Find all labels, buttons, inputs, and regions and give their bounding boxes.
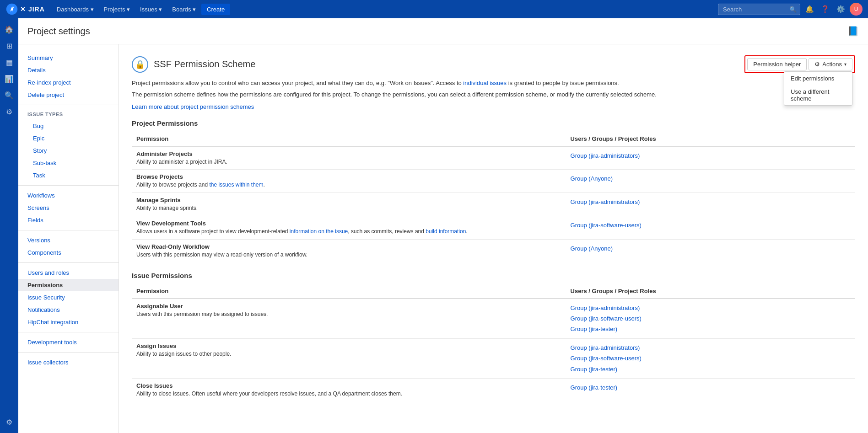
gear-icon: ⚙ bbox=[814, 61, 820, 68]
sidebar-item-task[interactable]: Task bbox=[18, 169, 119, 182]
settings-icon[interactable]: ⚙️ bbox=[834, 3, 847, 16]
rail-components-icon[interactable]: ⚙ bbox=[2, 104, 16, 119]
sidebar-item-screens[interactable]: Screens bbox=[18, 202, 119, 214]
role-entry: Group (jira-administrators) bbox=[571, 197, 851, 207]
top-navigation: ✕ JIRA Dashboards ▾ Projects ▾ Issues ▾ … bbox=[0, 0, 868, 18]
perm-desc: Users with this permission may be assign… bbox=[136, 310, 561, 318]
header-right-icon[interactable]: 📘 bbox=[847, 26, 859, 37]
perm-desc: Allows users in a software project to vi… bbox=[136, 228, 561, 235]
nav-boards[interactable]: Boards ▾ bbox=[167, 4, 200, 15]
perm-desc: Ability to close issues. Often useful wh… bbox=[136, 390, 561, 398]
rail-reports-icon[interactable]: 📊 bbox=[2, 71, 16, 86]
nav-dashboards[interactable]: Dashboards ▾ bbox=[52, 4, 98, 15]
main-content: 🔒 SSF Permission Scheme Permission helpe… bbox=[119, 44, 868, 433]
project-permissions-table: Permission Users / Groups / Project Role… bbox=[132, 132, 855, 262]
table-row: Assignable User Users with this permissi… bbox=[132, 299, 855, 339]
table-row: Manage Sprints Ability to manage sprints… bbox=[132, 193, 855, 216]
perm-name: Assignable User bbox=[136, 303, 561, 310]
sidebar-item-details[interactable]: Details bbox=[18, 64, 119, 76]
rail-boards-icon[interactable]: ▦ bbox=[2, 55, 16, 69]
sidebar-item-delete[interactable]: Delete project bbox=[18, 89, 119, 101]
role-entry: Group (jira-administrators) bbox=[571, 303, 851, 313]
role-entry: Group (Anyone) bbox=[571, 243, 851, 254]
table-row: Administer Projects Ability to administe… bbox=[132, 146, 855, 170]
sidebar-item-notifications[interactable]: Notifications bbox=[18, 304, 119, 316]
icon-rail: 🏠 ⊞ ▦ 📊 🔍 ⚙ ⚙ bbox=[0, 18, 18, 433]
perm-desc: Ability to browse projects and the issue… bbox=[136, 181, 561, 189]
role-entry: Group (jira-tester) bbox=[571, 364, 851, 374]
notifications-icon[interactable]: 🔔 bbox=[803, 3, 816, 16]
perm-name: Browse Projects bbox=[136, 173, 561, 180]
rail-settings-icon[interactable]: ⚙ bbox=[2, 415, 16, 429]
rail-search-icon[interactable]: 🔍 bbox=[2, 88, 16, 102]
issue-permissions-table: Permission Users / Groups / Project Role… bbox=[132, 284, 855, 401]
role-entry: Group (jira-administrators) bbox=[571, 150, 851, 161]
sidebar-item-versions[interactable]: Versions bbox=[18, 234, 119, 246]
table-row: Assign Issues Ability to assign issues t… bbox=[132, 338, 855, 378]
content-area: Summary Details Re-index project Delete … bbox=[18, 44, 868, 433]
sidebar-item-epic[interactable]: Epic bbox=[18, 132, 119, 144]
perm-name: View Read-Only Workflow bbox=[136, 243, 561, 250]
sidebar-item-hipchat[interactable]: HipChat integration bbox=[18, 316, 119, 328]
table-row: Browse Projects Ability to browse projec… bbox=[132, 170, 855, 193]
search-input[interactable] bbox=[718, 4, 800, 15]
perm-name: View Development Tools bbox=[136, 220, 561, 227]
sidebar-item-users-roles[interactable]: Users and roles bbox=[18, 267, 119, 279]
sidebar-item-story[interactable]: Story bbox=[18, 144, 119, 157]
page-header: Project settings 📘 bbox=[18, 18, 868, 44]
rail-issues-icon[interactable]: ⊞ bbox=[2, 38, 16, 53]
sidebar-item-issue-collectors[interactable]: Issue collectors bbox=[18, 356, 119, 369]
actions-box: Permission helper ⚙ Actions ▾ Edit permi… bbox=[744, 55, 855, 73]
project-permissions-title: Project Permissions bbox=[132, 119, 855, 127]
help-icon[interactable]: ❓ bbox=[819, 3, 831, 16]
nav-issues[interactable]: Issues ▾ bbox=[135, 4, 167, 15]
sidebar-item-permissions[interactable]: Permissions bbox=[18, 279, 119, 291]
sidebar-item-dev-tools[interactable]: Development tools bbox=[18, 336, 119, 348]
role-entry: Group (jira-tester) bbox=[571, 324, 851, 334]
col-roles-header: Users / Groups / Project Roles bbox=[566, 132, 855, 146]
role-entry: Group (jira-software-users) bbox=[571, 220, 851, 230]
sidebar-item-components[interactable]: Components bbox=[18, 246, 119, 259]
table-row: View Development Tools Allows users in a… bbox=[132, 216, 855, 239]
layout: 🏠 ⊞ ▦ 📊 🔍 ⚙ ⚙ Project settings 📘 Summary… bbox=[0, 18, 868, 433]
individual-issues-link[interactable]: individual issues bbox=[463, 80, 507, 86]
dropdown-arrow-icon: ▾ bbox=[844, 62, 846, 67]
scheme-icon: 🔒 bbox=[132, 56, 148, 73]
topnav-right: 🔍 🔔 ❓ ⚙️ U bbox=[718, 3, 863, 16]
actions-dropdown: Edit permissions Use a different scheme bbox=[784, 71, 852, 106]
perm-name: Close Issues bbox=[136, 382, 561, 389]
role-entry: Group (jira-administrators) bbox=[571, 342, 851, 353]
sidebar-item-fields[interactable]: Fields bbox=[18, 214, 119, 226]
create-button[interactable]: Create bbox=[201, 4, 230, 15]
role-entry: Group (jira-software-users) bbox=[571, 353, 851, 364]
scheme-name: SSF Permission Scheme bbox=[154, 59, 255, 69]
perm-name: Assign Issues bbox=[136, 342, 561, 349]
actions-button[interactable]: ⚙ Actions ▾ bbox=[809, 58, 852, 70]
perm-name: Manage Sprints bbox=[136, 197, 561, 203]
sidebar-item-summary[interactable]: Summary bbox=[18, 52, 119, 64]
learn-more-link[interactable]: Learn more about project permission sche… bbox=[132, 103, 254, 110]
sidebar-item-issue-security[interactable]: Issue Security bbox=[18, 291, 119, 304]
perm-name: Administer Projects bbox=[136, 150, 561, 157]
perm-desc: Ability to administer a project in JIRA. bbox=[136, 158, 561, 166]
scheme-description-2: The permission scheme defines how the pe… bbox=[132, 90, 855, 100]
app-logo[interactable]: ✕ JIRA bbox=[5, 3, 45, 16]
sidebar-item-bug[interactable]: Bug bbox=[18, 120, 119, 132]
scheme-header: 🔒 SSF Permission Scheme Permission helpe… bbox=[132, 55, 855, 73]
avatar[interactable]: U bbox=[850, 3, 863, 16]
role-entry: Group (Anyone) bbox=[571, 173, 851, 184]
sidebar-item-reindex[interactable]: Re-index project bbox=[18, 76, 119, 89]
scheme-description-1: Project permissions allow you to control… bbox=[132, 79, 855, 88]
perm-desc: Users with this permission may view a re… bbox=[136, 251, 561, 259]
nav-projects[interactable]: Projects ▾ bbox=[99, 4, 135, 15]
edit-permissions-item[interactable]: Edit permissions bbox=[784, 72, 852, 85]
page-wrapper: Project settings 📘 Summary Details Re-in… bbox=[18, 18, 868, 433]
perm-desc: Ability to assign issues to other people… bbox=[136, 350, 561, 358]
table-row: Close Issues Ability to close issues. Of… bbox=[132, 378, 855, 401]
permission-helper-button[interactable]: Permission helper bbox=[747, 58, 807, 70]
sidebar-item-subtask[interactable]: Sub-task bbox=[18, 157, 119, 169]
use-different-scheme-item[interactable]: Use a different scheme bbox=[784, 85, 852, 105]
role-entry: Group (jira-tester) bbox=[571, 382, 851, 393]
sidebar-item-workflows[interactable]: Workflows bbox=[18, 189, 119, 202]
rail-home-icon[interactable]: 🏠 bbox=[2, 22, 16, 37]
